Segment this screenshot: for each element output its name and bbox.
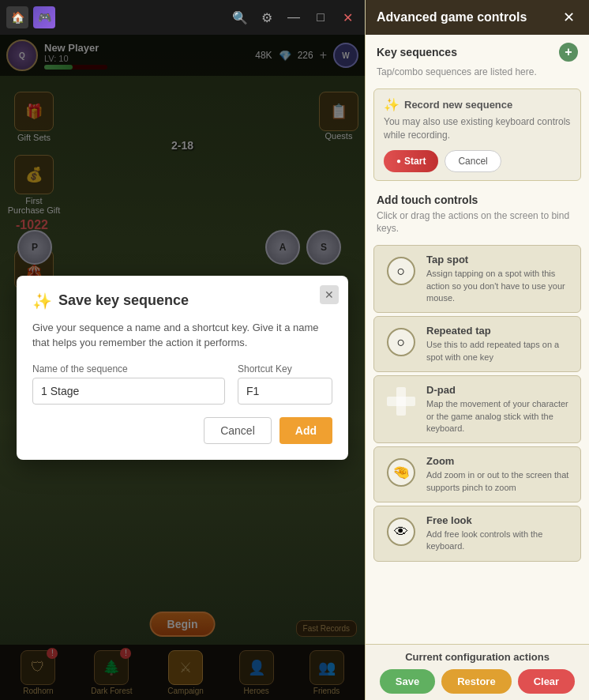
tap-spot-desc: Assign tapping on a spot with this actio…	[426, 268, 571, 304]
modal-title: ✨ Save key sequence	[32, 292, 332, 310]
config-actions: Save Restore Clear	[375, 669, 580, 694]
repeated-tap-icon-wrap: ○	[384, 325, 418, 359]
repeated-tap-desc: Use this to add repeated taps on a spot …	[426, 339, 571, 363]
modal-cancel-button[interactable]: Cancel	[204, 417, 272, 444]
home-icon[interactable]: 🏠	[6, 6, 28, 28]
panel-title: Advanced game controls	[377, 10, 527, 24]
touch-controls-header: Add touch controls	[366, 186, 589, 209]
touch-controls-desc: Click or drag the actions on the screen …	[366, 209, 589, 243]
modal-fields: Name of the sequence Shortcut Key	[32, 363, 332, 405]
game-icon[interactable]: 🎮	[33, 6, 55, 28]
key-sequences-title: Key sequences	[377, 46, 457, 58]
name-field-label: Name of the sequence	[32, 363, 225, 374]
repeated-tap-card[interactable]: ○ Repeated tap Use this to add repeated …	[373, 316, 581, 372]
dpad-desc: Map the movement of your character or th…	[426, 398, 571, 435]
config-footer: Current configuration actions Save Resto…	[366, 644, 589, 700]
search-titlebar-icon[interactable]: 🔍	[229, 6, 251, 28]
modal-title-text: Save key sequence	[58, 292, 189, 309]
clear-config-button[interactable]: Clear	[518, 669, 576, 694]
free-look-desc: Add free look controls with the keyboard…	[426, 529, 571, 553]
dpad-icon	[387, 387, 415, 416]
free-look-name: Free look	[426, 514, 571, 526]
zoom-icon: 🤏	[387, 458, 415, 487]
free-look-icon-wrap: 👁	[384, 514, 418, 549]
tap-spot-name: Tap spot	[426, 254, 571, 265]
modal-add-button[interactable]: Add	[279, 417, 332, 444]
record-sequence-card: ✨ Record new sequence You may also use e…	[373, 88, 581, 181]
zoom-name: Zoom	[426, 455, 571, 467]
zoom-desc: Add zoom in or out to the screen that su…	[426, 469, 571, 494]
modal-close-button[interactable]: ✕	[320, 285, 339, 304]
tap-spot-icon-wrap: ○	[384, 254, 418, 288]
tap-spot-card[interactable]: ○ Tap spot Assign tapping on a spot with…	[373, 245, 581, 313]
dpad-info: D-pad Map the movement of your character…	[426, 384, 571, 435]
settings-titlebar-icon[interactable]: ⚙	[256, 6, 278, 28]
cancel-recording-button[interactable]: Cancel	[445, 150, 501, 172]
free-look-info: Free look Add free look controls with th…	[426, 514, 571, 553]
free-look-card[interactable]: 👁 Free look Add free look controls with …	[373, 506, 581, 562]
panel-body: Key sequences + Tap/combo sequences are …	[366, 35, 589, 644]
shortcut-field-label: Shortcut Key	[238, 363, 332, 374]
tap-spot-icon: ○	[387, 257, 415, 285]
shortcut-field-input[interactable]	[238, 378, 332, 405]
minimize-button[interactable]: —	[283, 6, 305, 28]
shortcut-field-group: Shortcut Key	[238, 363, 332, 405]
dpad-card[interactable]: D-pad Map the movement of your character…	[373, 375, 581, 443]
record-card-desc: You may also use existing keyboard contr…	[384, 115, 571, 142]
key-sequences-desc: Tap/combo sequences are listed here.	[366, 66, 589, 84]
panel-header: Advanced game controls ✕	[366, 0, 589, 35]
record-card-icon: ✨	[384, 97, 400, 112]
dpad-icon-wrap	[384, 384, 418, 419]
save-config-button[interactable]: Save	[380, 669, 435, 694]
modal-description: Give your sequence a name and a shortcut…	[32, 320, 332, 351]
repeated-tap-icon: ○	[387, 328, 415, 356]
touch-controls-title: Add touch controls	[377, 194, 578, 206]
panel-close-button[interactable]: ✕	[559, 8, 578, 27]
record-actions: Start Cancel	[384, 150, 571, 172]
restore-config-button[interactable]: Restore	[441, 669, 511, 694]
window-close-button[interactable]: ✕	[336, 6, 358, 28]
maximize-button[interactable]: □	[310, 6, 332, 28]
game-area: 🏠 🎮 🔍 ⚙ — □ ✕ Q New Player LV: 10 48K 💎 …	[0, 0, 365, 700]
right-panel: Advanced game controls ✕ Key sequences +…	[365, 0, 589, 700]
zoom-icon-wrap: 🤏	[384, 455, 418, 490]
zoom-card[interactable]: 🤏 Zoom Add zoom in or out to the screen …	[373, 446, 581, 502]
window-titlebar: 🏠 🎮 🔍 ⚙ — □ ✕	[0, 0, 365, 35]
start-recording-button[interactable]: Start	[384, 150, 438, 172]
modal-title-icon: ✨	[32, 292, 52, 310]
dpad-name: D-pad	[426, 384, 571, 396]
free-look-icon: 👁	[387, 517, 415, 546]
save-sequence-modal: ✨ Save key sequence ✕ Give your sequence…	[17, 276, 348, 460]
name-field-input[interactable]	[32, 378, 225, 405]
modal-actions: Cancel Add	[32, 417, 332, 444]
config-section-title: Current configuration actions	[375, 651, 580, 663]
name-field-group: Name of the sequence	[32, 363, 225, 405]
repeated-tap-info: Repeated tap Use this to add repeated ta…	[426, 325, 571, 363]
key-sequences-header: Key sequences +	[366, 35, 589, 66]
tap-spot-info: Tap spot Assign tapping on a spot with t…	[426, 254, 571, 304]
record-card-title: ✨ Record new sequence	[384, 97, 571, 112]
add-sequence-button[interactable]: +	[559, 43, 578, 62]
modal-overlay: ✨ Save key sequence ✕ Give your sequence…	[0, 35, 365, 700]
repeated-tap-name: Repeated tap	[426, 325, 571, 337]
zoom-info: Zoom Add zoom in or out to the screen th…	[426, 455, 571, 494]
